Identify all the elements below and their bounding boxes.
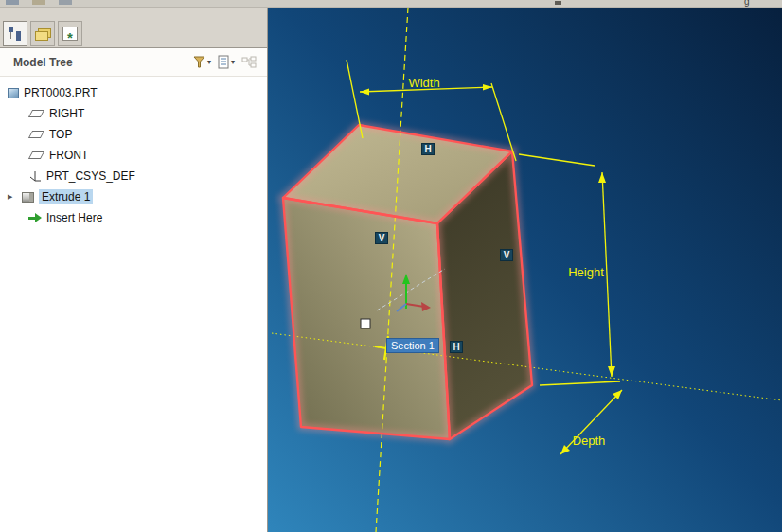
constraint-badge-h-top: H (421, 143, 435, 155)
tab-model-tree[interactable] (3, 21, 27, 46)
tree-options-button[interactable]: ▾ (216, 54, 237, 70)
tab-favorites[interactable]: * (58, 21, 82, 46)
model-canvas (268, 8, 782, 532)
tree-item-label-selected: Extrude 1 (39, 189, 93, 204)
toolbar-icon-fragment (59, 0, 72, 5)
tree-columns-button-disabled (240, 55, 259, 70)
depth-dimension-label[interactable]: Depth (566, 434, 612, 448)
tree-item-label: RIGHT (49, 107, 84, 120)
tree-columns-icon (241, 56, 258, 69)
toolbar-icon-fragment (6, 0, 19, 5)
chevron-down-icon: ▾ (231, 58, 235, 66)
section-name-label[interactable]: Section 1 (386, 338, 439, 353)
folders-icon (35, 28, 50, 40)
height-dimension-label[interactable]: Height (565, 265, 607, 279)
tree-item-insert-here[interactable]: Insert Here (0, 207, 267, 228)
caret-fragment (555, 1, 561, 5)
tree-item-prt0003[interactable]: PRT0003.PRT (0, 82, 267, 103)
tree-item-csys[interactable]: PRT_CSYS_DEF (0, 166, 267, 186)
extrude-icon (22, 192, 34, 203)
drag-handle[interactable] (361, 319, 370, 328)
list-icon (218, 55, 230, 69)
model-tree-header: Model Tree ▾ ▾ (0, 48, 267, 77)
expand-arrow-icon[interactable]: ▶ (8, 193, 17, 201)
favorites-icon: * (62, 27, 78, 41)
constraint-badge-v-right: V (500, 249, 513, 261)
tree-item-top[interactable]: TOP (0, 124, 267, 145)
datum-plane-icon (28, 110, 44, 117)
tree-item-label: TOP (49, 128, 72, 141)
tree-item-extrude1[interactable]: ▶ Extrude 1 (0, 186, 267, 207)
tree-item-label: FRONT (49, 149, 88, 162)
model-tree-panel: Model Tree ▾ ▾ (0, 47, 267, 532)
filter-settings-button[interactable]: ▾ (190, 55, 213, 69)
csys-icon (28, 169, 42, 183)
panel-title: Model Tree (13, 56, 73, 69)
constraint-badge-h-bottom: H (450, 341, 463, 353)
navigator-tabs: * (3, 21, 82, 46)
insert-here-arrow-icon (28, 213, 42, 222)
tree-item-front[interactable]: FRONT (0, 145, 267, 166)
graphics-area[interactable]: Width Height Depth H V V H Section 1 (268, 8, 782, 532)
tree-item-label: PRT0003.PRT (24, 86, 98, 99)
datum-plane-icon (28, 131, 44, 138)
tab-folder-browser[interactable] (30, 21, 55, 46)
tree-item-label: Insert Here (46, 211, 102, 224)
part-icon (8, 88, 19, 98)
navigator-panel: * Model Tree ▾ (0, 8, 268, 532)
model-tree-icon (9, 27, 23, 41)
tree-item-label: PRT_CSYS_DEF (46, 169, 135, 183)
model-tree-toolbar: ▾ ▾ (190, 54, 259, 70)
chevron-down-icon: ▾ (207, 58, 211, 66)
toolbar-icon-fragment (32, 0, 45, 5)
creo-window: g * Model Tree ▾ (0, 0, 782, 532)
datum-plane-icon (28, 151, 44, 159)
model-tree: PRT0003.PRT RIGHT TOP FRONT (0, 77, 267, 228)
funnel-icon (192, 56, 206, 68)
tree-item-right[interactable]: RIGHT (0, 103, 267, 124)
width-dimension-label[interactable]: Width (394, 76, 454, 90)
constraint-badge-v-front: V (375, 232, 388, 244)
ribbon-clipped-strip: g (0, 0, 782, 8)
ribbon-text-fragment: g (744, 0, 750, 7)
